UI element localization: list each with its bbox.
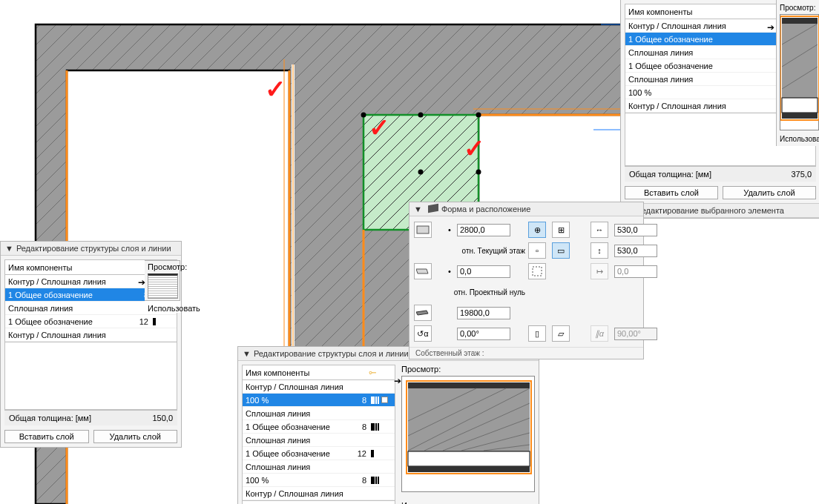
total-thickness-label: Общая толщина: [мм] (629, 170, 791, 179)
preview-arrow-icon: ➔ (138, 277, 145, 288)
svg-point-14 (418, 113, 424, 118)
selected-element-header[interactable]: ▼Редактирование выбранного элемента (621, 203, 819, 218)
svg-marker-43 (416, 311, 428, 315)
preview-right: Просмотр: Использовать (776, 0, 819, 146)
link-icon: • (445, 267, 454, 276)
insert-layer-button[interactable]: Вставить слой (4, 430, 89, 443)
offset-icon[interactable]: ↦ (591, 263, 608, 279)
draw-mode1-icon[interactable]: ▫ (528, 242, 546, 259)
layer-row[interactable]: Сплошная линия (243, 407, 395, 420)
row-menu-arrow[interactable]: ▸ (381, 397, 388, 403)
slab-icon (428, 204, 438, 213)
layers-table-bottom[interactable]: Имя компоненты⟜ Контур / Сплошная линия1… (242, 365, 395, 501)
svg-rect-29 (408, 451, 530, 466)
height-input[interactable] (457, 224, 510, 236)
layer-row[interactable]: 1 Общее обозначение12 (243, 447, 395, 460)
form-position-panel: ▼Форма и расположение • ⊕ ⊞ ↔ отн. Текущ… (409, 202, 644, 359)
svg-point-18 (418, 170, 424, 175)
svg-rect-37 (782, 98, 818, 113)
total-thickness-value: 375,0 (791, 170, 812, 179)
svg-rect-33 (782, 24, 818, 98)
mirror-h-icon[interactable]: ▱ (552, 325, 570, 342)
delete-layer-button[interactable]: Удалить слой (723, 186, 816, 199)
total-thickness-value: 150,0 (152, 414, 173, 422)
layer-row[interactable]: Сплошная линия (243, 460, 395, 474)
layer-row[interactable]: 100 %8 (243, 474, 395, 487)
anchor-corner-icon[interactable]: ⊞ (552, 222, 570, 238)
preview-label: Просмотр: (148, 262, 187, 271)
height-icon[interactable]: ↕ (591, 242, 608, 259)
structure-panel-title: Редактирование структуры слоя и линии (16, 244, 171, 253)
structure-panel-bottom: ▼Редактирование структуры слоя и линии И… (237, 346, 539, 504)
svg-point-13 (361, 113, 366, 118)
layer-row[interactable]: Сплошная линия (243, 434, 395, 447)
width2-input[interactable] (614, 245, 657, 257)
shape-slab-icon[interactable] (414, 263, 432, 279)
rel-story-input[interactable] (457, 265, 510, 278)
own-story-label: Собственный этаж : (410, 347, 643, 359)
col-component-name: Имя компоненты (8, 263, 151, 272)
offset-input[interactable] (614, 265, 657, 278)
structure-panel-header[interactable]: ▼Редактирование структуры слоя и линии (1, 242, 181, 256)
angle2-icon[interactable]: ∥α (591, 325, 608, 342)
insert-layer-button[interactable]: Вставить слой (625, 186, 718, 199)
use-for-label: Использовать (780, 135, 819, 143)
structure-panel-title: Редактирование структуры слоя и линии (254, 349, 409, 358)
rel-story-label: отн. Текущий этаж (445, 247, 525, 255)
width1-input[interactable] (614, 224, 657, 236)
angle-mode-icon[interactable]: ↺α (414, 325, 432, 342)
col-component-name: Имя компоненты (628, 7, 789, 16)
svg-rect-32 (782, 18, 818, 24)
mirror-v-icon[interactable]: ▯ (528, 325, 546, 342)
preview-label: Просмотр: (401, 365, 535, 374)
anchor-center-icon[interactable]: ⊕ (528, 222, 546, 238)
angle-input[interactable] (457, 328, 510, 340)
svg-rect-20 (408, 382, 530, 388)
pattern-icon[interactable] (528, 263, 546, 279)
delete-layer-button[interactable]: Удалить слой (93, 430, 178, 443)
height-link-icon: • (445, 225, 454, 234)
svg-rect-42 (533, 267, 542, 276)
layer-row[interactable]: Контур / Сплошная линия (243, 487, 395, 500)
shape-tilt-icon[interactable] (414, 305, 432, 321)
svg-rect-38 (782, 113, 818, 119)
total-thickness-label: Общая толщина: [мм] (9, 414, 152, 422)
use-for-label: Использовать для: (401, 501, 535, 504)
selected-element-title: Редактирование выбранного элемента (637, 206, 784, 215)
layer-row[interactable]: Контур / Сплошная линия (5, 328, 177, 342)
layer-row[interactable]: Контур / Сплошная линия (243, 380, 395, 394)
shape-rect-icon[interactable] (414, 222, 432, 238)
rel-zero-label: отн. Проектный нуль (445, 288, 525, 296)
col-component-name: Имя компоненты (246, 368, 369, 377)
preview-bottom (401, 376, 535, 492)
form-position-header[interactable]: ▼Форма и расположение (410, 202, 643, 216)
form-position-title: Форма и расположение (441, 205, 530, 213)
angle2-input (614, 328, 657, 340)
svg-point-15 (476, 113, 481, 118)
svg-rect-40 (417, 226, 429, 233)
draw-mode2-icon[interactable]: ▭ (552, 242, 570, 259)
preview-left: Просмотр: Использовать (145, 260, 180, 313)
layer-row[interactable]: 1 Общее обозначение8 (243, 420, 395, 434)
width-icon[interactable]: ↔ (591, 222, 608, 238)
key-icon: ⟜ (369, 368, 377, 377)
svg-point-16 (476, 170, 481, 175)
layer-row[interactable]: 1 Общее обозначение12 (5, 315, 177, 328)
layer-row[interactable]: 100 %8▸ (243, 394, 395, 407)
preview-arrow-icon: ➔ (394, 376, 401, 386)
use-for-label: Использовать (148, 304, 200, 313)
rel-zero-input[interactable] (457, 307, 510, 319)
preview-label: Просмотр: (780, 4, 815, 12)
svg-marker-41 (416, 269, 428, 273)
svg-rect-30 (408, 466, 530, 472)
preview-arrow-icon: ➔ (767, 22, 774, 33)
